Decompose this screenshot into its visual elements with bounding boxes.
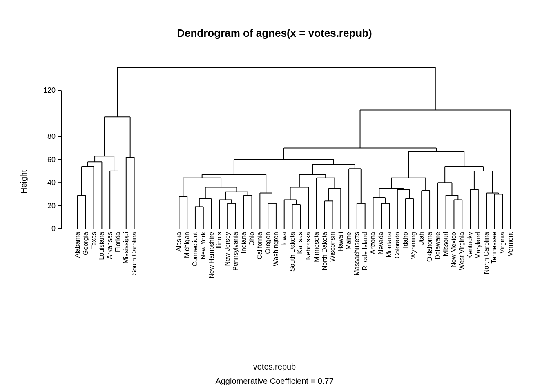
leaf-label: Pennsylvania: [232, 232, 239, 271]
y-tick-label: 20: [47, 202, 56, 210]
leaf-label: Arizona: [369, 232, 376, 254]
leaf-label: Delaware: [434, 232, 441, 260]
leaf-label: Colorado: [394, 232, 401, 258]
leaf-label: Georgia: [82, 232, 89, 255]
leaf-label: Tennessee: [491, 232, 498, 263]
leaf-label: Arkansas: [106, 232, 113, 259]
leaf-label: Wisconsin: [329, 232, 336, 262]
leaf-label: Nevada: [377, 232, 384, 254]
coefficient-label: Agglomerative Coefficient = 0.77: [215, 376, 333, 385]
leaf-label: Illinois: [216, 232, 223, 250]
leaf-label: Montana: [386, 232, 393, 257]
leaf-label: Alabama: [74, 232, 81, 258]
y-tick-label: 60: [47, 156, 56, 164]
leaf-label: Indiana: [240, 232, 247, 254]
leaf-label: Idaho: [402, 232, 409, 248]
leaf-label: Oklahoma: [426, 232, 433, 262]
x-axis-label: votes.repub: [253, 362, 296, 371]
leaf-label: Minnesota: [313, 232, 320, 262]
leaf-labels: AlabamaGeorgiaTexasLouisianaArkansasFlor…: [74, 232, 514, 278]
y-tick-label: 120: [43, 86, 56, 94]
y-tick-label: 80: [47, 132, 56, 140]
leaf-label: South Carolina: [131, 232, 138, 275]
leaf-label: West Virginia: [458, 232, 465, 270]
leaf-label: Oregon: [264, 232, 271, 254]
leaf-label: Nebraska: [305, 232, 312, 260]
leaf-label: New Jersey: [224, 232, 231, 266]
y-tick-label: 0: [51, 225, 56, 233]
leaf-label: Louisiana: [98, 232, 105, 260]
leaf-label: North Dakota: [321, 232, 328, 270]
leaf-label: Hawaii: [337, 232, 344, 252]
leaf-label: Connecticut: [192, 232, 199, 266]
leaf-label: New York: [200, 232, 207, 260]
dendrogram-chart: Dendrogram of agnes(x = votes.repub) vot…: [0, 0, 549, 392]
leaf-label: Kansas: [297, 232, 304, 254]
leaf-label: Maine: [345, 232, 352, 250]
leaf-label: Florida: [114, 232, 121, 252]
leaf-label: Wyoming: [410, 232, 417, 259]
chart-title: Dendrogram of agnes(x = votes.repub): [177, 27, 372, 39]
leaf-label: Maryland: [475, 232, 482, 259]
leaf-label: Missouri: [442, 232, 449, 256]
leaf-label: Massachusetts: [353, 232, 360, 276]
leaf-label: Iowa: [281, 232, 288, 246]
leaf-label: Ohio: [248, 232, 255, 246]
leaf-label: New Mexico: [450, 232, 457, 267]
leaf-label: Texas: [90, 232, 97, 249]
y-tick-label: 40: [47, 178, 56, 187]
leaf-label: Virginia: [499, 232, 506, 254]
leaf-label: California: [256, 232, 263, 260]
y-axis: 020406080120: [43, 86, 61, 233]
leaf-label: New Hampshire: [208, 232, 215, 278]
leaf-label: Utah: [418, 232, 425, 246]
y-axis-label: Height: [19, 170, 28, 194]
leaf-label: Michigan: [183, 232, 190, 258]
leaf-label: Mississippi: [123, 232, 129, 263]
leaf-label: Vermont: [507, 232, 514, 256]
leaf-label: Alaska: [175, 232, 182, 252]
leaf-label: Washington: [272, 232, 279, 266]
dendrogram-tree: [78, 67, 511, 229]
leaf-label: North Carolina: [483, 232, 490, 274]
leaf-label: South Dakota: [289, 232, 296, 272]
leaf-label: Rhode Island: [362, 232, 368, 270]
leaf-label: Kentucky: [466, 232, 473, 259]
